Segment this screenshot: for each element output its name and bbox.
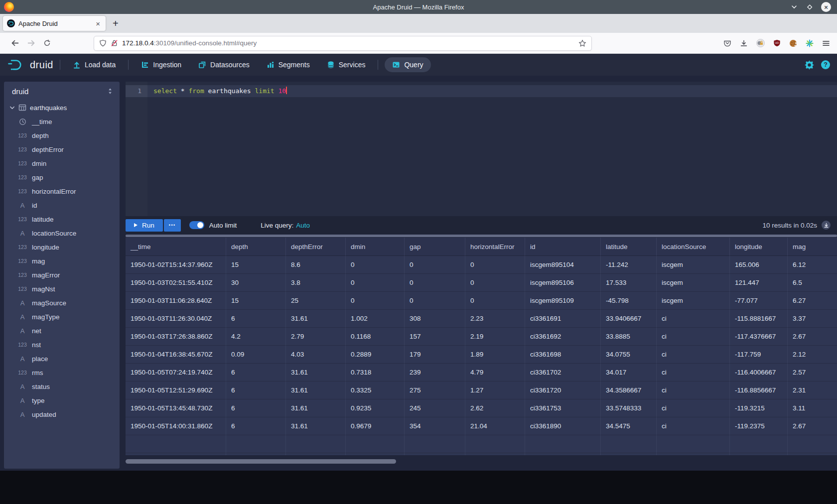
- sidebar-column-magNst[interactable]: 123magNst: [4, 282, 120, 296]
- table-cell[interactable]: 30: [226, 274, 286, 292]
- live-query-value[interactable]: Auto: [296, 222, 310, 229]
- results-header-dmin[interactable]: dmin: [346, 238, 405, 256]
- sidebar-column-magError[interactable]: 123magError: [4, 268, 120, 282]
- shield-icon[interactable]: [99, 39, 107, 47]
- table-cell[interactable]: -11.242: [601, 256, 657, 274]
- table-cell[interactable]: 157: [405, 328, 465, 346]
- table-cell[interactable]: 31.61: [286, 381, 346, 399]
- settings-gear-icon[interactable]: [805, 60, 814, 70]
- results-header-locationSource[interactable]: locationSource: [657, 238, 730, 256]
- table-cell[interactable]: 1950-01-02T15:14:37.960Z: [126, 256, 226, 274]
- cookie-extension-icon[interactable]: [789, 39, 797, 47]
- asterisk-extension-icon[interactable]: [806, 39, 814, 47]
- table-cell[interactable]: 3.37: [788, 310, 837, 328]
- url-bar[interactable]: 172.18.0.4:30109/unified-console.html#qu…: [94, 36, 592, 51]
- tab-close-icon[interactable]: ×: [94, 19, 102, 28]
- results-header-gap[interactable]: gap: [405, 238, 465, 256]
- table-cell[interactable]: 0.9679: [346, 417, 405, 435]
- table-cell[interactable]: -117.759: [730, 346, 788, 364]
- nav-item-datasources[interactable]: Datasources: [192, 57, 256, 72]
- results-header-latitude[interactable]: latitude: [601, 238, 657, 256]
- table-cell[interactable]: 1.89: [465, 346, 525, 364]
- table-cell[interactable]: 1950-01-03T11:06:28.640Z: [126, 292, 226, 310]
- table-cell[interactable]: -119.3215: [730, 399, 788, 417]
- sidebar-column-horizontalError[interactable]: 123horizontalError: [4, 184, 120, 198]
- sidebar-column-id[interactable]: Aid: [4, 198, 120, 212]
- nav-item-query-active[interactable]: Query: [385, 57, 430, 72]
- table-cell[interactable]: 2.23: [465, 310, 525, 328]
- scrollbar-thumb[interactable]: [126, 459, 396, 464]
- table-cell[interactable]: iscgem: [657, 256, 730, 274]
- table-cell[interactable]: ci3361692: [525, 328, 601, 346]
- table-cell[interactable]: -117.4376667: [730, 328, 788, 346]
- table-cell[interactable]: -45.798: [601, 292, 657, 310]
- table-cell[interactable]: ci: [657, 310, 730, 328]
- double-caret-icon[interactable]: [107, 88, 114, 95]
- table-cell[interactable]: 0.7318: [346, 364, 405, 381]
- live-query-selector[interactable]: Live query:Auto: [261, 222, 310, 229]
- forward-button[interactable]: [23, 39, 39, 47]
- table-cell[interactable]: 34.017: [601, 364, 657, 381]
- table-cell[interactable]: -116.8856667: [730, 381, 788, 399]
- table-cell[interactable]: 6: [226, 364, 286, 381]
- table-cell[interactable]: 21.04: [465, 417, 525, 435]
- sidebar-column-magType[interactable]: AmagType: [4, 310, 120, 324]
- nav-item-ingestion[interactable]: Ingestion: [135, 57, 187, 72]
- table-cell[interactable]: -116.4006667: [730, 364, 788, 381]
- schema-selector[interactable]: druid: [4, 82, 120, 99]
- table-cell[interactable]: 3.8: [286, 274, 346, 292]
- table-cell[interactable]: 31.61: [286, 399, 346, 417]
- table-cell[interactable]: 2.62: [465, 399, 525, 417]
- sidebar-column-depthError[interactable]: 123depthError: [4, 142, 120, 156]
- table-cell[interactable]: 33.8885: [601, 328, 657, 346]
- table-cell[interactable]: 0: [465, 292, 525, 310]
- table-cell[interactable]: 1950-01-04T16:38:45.670Z: [126, 346, 226, 364]
- auto-limit-toggle[interactable]: [189, 221, 204, 229]
- editor-results-splitter[interactable]: [126, 234, 837, 238]
- table-cell[interactable]: ci: [657, 346, 730, 364]
- table-cell[interactable]: 0.3325: [346, 381, 405, 399]
- window-minimize-button[interactable]: [790, 3, 798, 11]
- sidebar-column-updated[interactable]: Aupdated: [4, 407, 120, 421]
- table-cell[interactable]: 6.5: [788, 274, 837, 292]
- sidebar-column-nst[interactable]: 123nst: [4, 338, 120, 352]
- table-cell[interactable]: 2.67: [788, 417, 837, 435]
- table-cell[interactable]: 245: [405, 399, 465, 417]
- table-cell[interactable]: ci3361691: [525, 310, 601, 328]
- table-cell[interactable]: 6: [226, 310, 286, 328]
- table-cell[interactable]: ci: [657, 364, 730, 381]
- table-cell[interactable]: 1950-01-03T11:26:30.040Z: [126, 310, 226, 328]
- table-cell[interactable]: 0.9235: [346, 399, 405, 417]
- results-header-id[interactable]: id: [525, 238, 601, 256]
- table-cell[interactable]: -115.8881667: [730, 310, 788, 328]
- sidebar-column-mag[interactable]: 123mag: [4, 254, 120, 268]
- table-cell[interactable]: 0: [405, 256, 465, 274]
- table-cell[interactable]: iscgem895104: [525, 256, 601, 274]
- table-cell[interactable]: iscgem895109: [525, 292, 601, 310]
- downloads-icon[interactable]: [740, 39, 748, 47]
- table-cell[interactable]: ci3361720: [525, 381, 601, 399]
- bookmark-star-icon[interactable]: [578, 39, 586, 47]
- help-icon[interactable]: ?: [821, 60, 830, 69]
- table-cell[interactable]: 1.27: [465, 381, 525, 399]
- table-cell[interactable]: 3.11: [788, 399, 837, 417]
- table-cell[interactable]: 2.79: [286, 328, 346, 346]
- table-cell[interactable]: 121.447: [730, 274, 788, 292]
- table-cell[interactable]: ci: [657, 381, 730, 399]
- sidebar-column-latitude[interactable]: 123latitude: [4, 212, 120, 226]
- table-cell[interactable]: 4.2: [226, 328, 286, 346]
- table-cell[interactable]: 0: [405, 292, 465, 310]
- table-cell[interactable]: 2.57: [788, 364, 837, 381]
- table-cell[interactable]: 2.67: [788, 328, 837, 346]
- chevron-down-icon[interactable]: [9, 105, 15, 111]
- results-header-__time[interactable]: __time: [126, 238, 226, 256]
- table-cell[interactable]: 4.03: [286, 346, 346, 364]
- sidebar-column-rms[interactable]: 123rms: [4, 366, 120, 379]
- back-button[interactable]: [7, 39, 23, 47]
- table-cell[interactable]: 0: [465, 256, 525, 274]
- nav-item-load-data[interactable]: Load data: [67, 57, 122, 72]
- results-header-depth[interactable]: depth: [226, 238, 286, 256]
- table-cell[interactable]: 179: [405, 346, 465, 364]
- sidebar-column-locationSource[interactable]: AlocationSource: [4, 226, 120, 240]
- results-header-longitude[interactable]: longitude: [730, 238, 788, 256]
